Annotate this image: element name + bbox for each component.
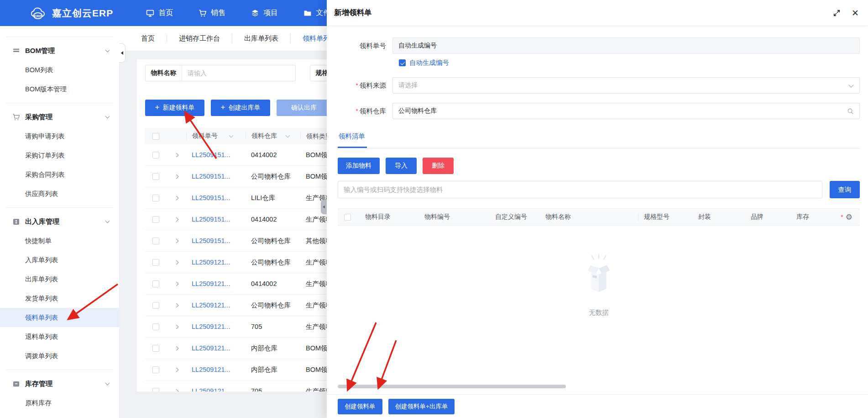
select-all-checkbox[interactable]	[152, 133, 159, 140]
auto-number-checkbox[interactable]	[399, 59, 406, 66]
create-requisition-button[interactable]: 创建领料单	[338, 399, 382, 414]
sidebar-item-BOM版本管理[interactable]: BOM版本管理	[0, 79, 119, 99]
sidebar-item-发货单列表[interactable]: 发货单列表	[0, 289, 119, 308]
order-no-link[interactable]: LL2509151...	[192, 151, 230, 159]
expand-row-icon[interactable]	[174, 153, 178, 157]
order-no-link[interactable]: LL2509121...	[192, 302, 230, 309]
chevron-down-icon[interactable]	[229, 133, 234, 138]
stock-archive-icon	[12, 380, 21, 388]
drawer-collapse-handle[interactable]	[321, 200, 327, 214]
row-checkbox[interactable]	[152, 366, 159, 373]
sidebar-item-供应商列表[interactable]: 供应商列表	[0, 184, 119, 203]
sidebar-section-出入库管理[interactable]: 出入库管理	[0, 212, 119, 231]
sidebar-item-退料单列表[interactable]: 退料单列表	[0, 327, 119, 346]
navbar-item-销售[interactable]: 销售	[199, 8, 225, 18]
row-checkbox[interactable]	[152, 259, 159, 266]
close-icon[interactable]: ✕	[852, 9, 859, 17]
breadcrumb-tab-出库单列表[interactable]: 出库单列表	[232, 34, 290, 43]
navbar-item-项目[interactable]: 项目	[251, 8, 278, 18]
expand-row-icon[interactable]	[174, 389, 178, 392]
order-no-link[interactable]: LL2509151...	[192, 216, 230, 223]
import-button[interactable]: 导入	[386, 158, 417, 174]
expand-row-icon[interactable]	[174, 281, 178, 286]
row-checkbox[interactable]	[152, 238, 159, 244]
sidebar-item-领料单列表[interactable]: 领料单列表	[0, 308, 119, 327]
expand-row-icon[interactable]	[174, 238, 178, 243]
sidebar-divider	[6, 207, 113, 208]
expand-row-icon[interactable]	[174, 346, 178, 350]
fullscreen-expand-icon[interactable]	[833, 9, 841, 17]
expand-row-icon[interactable]	[174, 196, 178, 200]
row-checkbox[interactable]	[152, 216, 159, 223]
row-checkbox[interactable]	[152, 302, 159, 309]
warehouse-input[interactable]: 公司物料仓库	[392, 103, 860, 119]
delete-button[interactable]: 删除	[423, 158, 454, 174]
horizontal-scrollbar-thumb[interactable]	[338, 385, 566, 388]
row-checkbox[interactable]	[152, 280, 159, 287]
expand-row-icon[interactable]	[174, 260, 178, 265]
column-order-no[interactable]: 领料单号	[186, 132, 246, 140]
row-checkbox[interactable]	[152, 195, 159, 201]
create-outbound-button[interactable]: + 创建出库单	[211, 100, 270, 116]
drawer-column-品牌: 品牌	[745, 213, 791, 221]
app-logo[interactable]: ERP 嘉立创云ERP	[30, 6, 113, 20]
material-name-input[interactable]	[182, 65, 295, 81]
drawer-tabs: 领料清单	[338, 132, 860, 148]
tab-material-list[interactable]: 领料清单	[338, 132, 367, 148]
sidebar-item-采购合同列表[interactable]: 采购合同列表	[0, 165, 119, 184]
order-no-link[interactable]: LL2509121...	[192, 259, 230, 266]
material-scan-input[interactable]	[338, 181, 822, 198]
breadcrumb-tab-进销存工作台[interactable]: 进销存工作台	[167, 34, 232, 43]
select-all-checkbox[interactable]	[344, 214, 351, 221]
order-no-link[interactable]: LL2509121...	[192, 387, 230, 392]
expand-row-icon[interactable]	[174, 217, 178, 222]
sidebar-section-采购管理[interactable]: 采购管理	[0, 107, 119, 127]
row-checkbox[interactable]	[152, 388, 159, 392]
order-no-link[interactable]: LL2509121...	[192, 323, 230, 330]
sidebar-section-库存管理[interactable]: 库存管理	[0, 374, 119, 393]
column-settings-gear-icon[interactable]: ⚙	[846, 212, 852, 222]
sidebar-item-入库单列表[interactable]: 入库单列表	[0, 250, 119, 270]
sidebar-item-BOM列表[interactable]: BOM列表	[0, 60, 119, 79]
sidebar-collapse-handle[interactable]	[119, 43, 125, 63]
svg-text:ERP: ERP	[34, 14, 42, 18]
expand-row-icon[interactable]	[174, 303, 178, 307]
search-icon[interactable]	[847, 108, 854, 115]
row-checkbox[interactable]	[152, 345, 159, 352]
drawer-column-库存: 库存	[791, 213, 832, 221]
order-no-link[interactable]: LL2509121...	[192, 366, 230, 373]
confirm-outbound-button[interactable]: 确认出库	[277, 100, 331, 116]
breadcrumb-tab-首页[interactable]: 首页	[129, 34, 167, 43]
order-no-link[interactable]: LL2509121...	[192, 280, 230, 287]
sidebar-item-调拨单列表[interactable]: 调拨单列表	[0, 346, 119, 365]
order-no-link[interactable]: LL2509121...	[192, 344, 230, 352]
row-checkbox[interactable]	[152, 152, 159, 159]
order-no-link[interactable]: LL2509151...	[192, 173, 230, 180]
drawer-title: 新增领料单	[334, 8, 372, 18]
order-no-link[interactable]: LL2509151...	[192, 237, 230, 244]
column-warehouse[interactable]: 领料仓库	[246, 132, 300, 140]
warehouse-cell: 公司物料仓库	[251, 237, 291, 245]
source-select[interactable]: 请选择	[392, 77, 860, 94]
sidebar-item-出库单列表[interactable]: 出库单列表	[0, 270, 119, 289]
new-requisition-button[interactable]: + 新建领料单	[145, 100, 204, 116]
query-button[interactable]: 查询	[830, 181, 860, 198]
chevron-down-icon[interactable]	[286, 133, 290, 138]
row-checkbox[interactable]	[152, 323, 159, 330]
sidebar-section-BOM管理[interactable]: BOM管理	[0, 41, 119, 60]
order-no-link[interactable]: LL2509151...	[192, 194, 230, 201]
sidebar: BOM管理 BOM列表BOM版本管理 采购管理 请购申请列表采购订单列表采购合同…	[0, 26, 119, 418]
expand-row-icon[interactable]	[174, 367, 178, 372]
row-checkbox[interactable]	[152, 173, 159, 180]
expand-row-icon[interactable]	[174, 174, 178, 179]
auto-number-checkbox-label[interactable]: 自动生成编号	[409, 58, 449, 67]
add-material-button[interactable]: 添加物料	[338, 158, 380, 174]
expand-row-icon[interactable]	[174, 324, 178, 329]
navbar-item-首页[interactable]: 首页	[146, 8, 173, 18]
create-requisition-plus-outbound-button[interactable]: 创建领料单+出库单	[388, 399, 455, 414]
warehouse-cell: LILI仓库	[251, 194, 275, 202]
sidebar-item-原料库存[interactable]: 原料库存	[0, 393, 119, 413]
sidebar-item-采购订单列表[interactable]: 采购订单列表	[0, 146, 119, 165]
sidebar-item-快捷制单[interactable]: 快捷制单	[0, 231, 119, 250]
sidebar-item-请购申请列表[interactable]: 请购申请列表	[0, 127, 119, 146]
